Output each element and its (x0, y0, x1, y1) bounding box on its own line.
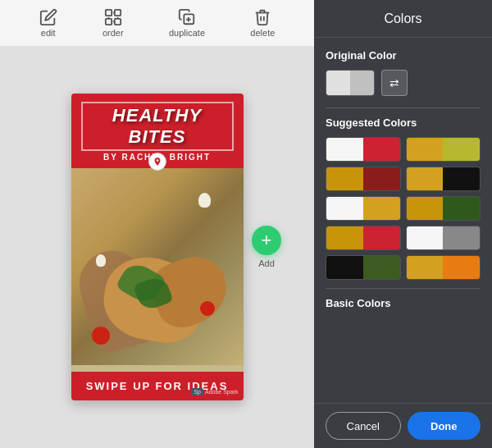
canvas-area: HEALTHY BITES BY RACHEL BRIGHT (0, 46, 314, 448)
card-container: HEALTHY BITES BY RACHEL BRIGHT (71, 94, 244, 400)
suggested-colors-grid (326, 137, 481, 280)
add-button[interactable]: + Add (252, 226, 281, 268)
right-panel: Colors Original Color ⇄ Suggested Colors (314, 0, 492, 448)
suggested-pair-4[interactable] (406, 167, 481, 191)
card-watermark: Sp Adobe Spark (191, 388, 238, 395)
original-color-row: ⇄ (326, 70, 481, 96)
original-swatch-right (350, 71, 374, 95)
divider-2 (326, 288, 481, 289)
original-color-pair[interactable] (326, 70, 375, 96)
design-card[interactable]: HEALTHY BITES BY RACHEL BRIGHT (71, 94, 244, 400)
original-color-label: Original Color (326, 49, 481, 62)
add-label: Add (258, 258, 275, 268)
svg-rect-2 (106, 19, 112, 25)
suggested-pair-6[interactable] (406, 196, 481, 221)
svg-rect-3 (115, 19, 121, 25)
edit-label: edit (41, 28, 56, 38)
panel-footer: Cancel Done (314, 403, 492, 448)
suggested-pair-3[interactable] (326, 167, 401, 191)
divider-1 (326, 107, 481, 108)
suggested-pair-8[interactable] (406, 226, 481, 250)
svg-rect-0 (106, 10, 112, 16)
original-swatch-left (326, 71, 350, 95)
edit-button[interactable]: edit (39, 8, 57, 38)
card-food-image (71, 168, 244, 365)
suggested-pair-1[interactable] (326, 137, 401, 162)
suggested-pair-2[interactable] (406, 137, 481, 162)
suggested-pair-9[interactable] (326, 255, 401, 280)
suggested-pair-10[interactable] (406, 255, 481, 280)
toolbar: edit order duplicate (0, 0, 314, 46)
location-pin-icon (148, 153, 166, 171)
shuffle-button[interactable]: ⇄ (381, 70, 408, 96)
suggested-pair-7[interactable] (326, 226, 401, 250)
card-bottom-banner: SWIPE UP FOR IDEAS Sp Adobe Spark (71, 372, 244, 400)
cancel-button[interactable]: Cancel (326, 412, 401, 440)
left-panel: edit order duplicate (0, 0, 314, 448)
svg-rect-1 (115, 10, 121, 16)
panel-header: Colors (314, 0, 492, 38)
duplicate-label: duplicate (169, 28, 205, 38)
add-circle-icon: + (252, 226, 281, 255)
done-button[interactable]: Done (408, 412, 481, 440)
basic-colors-label: Basic Colors (326, 297, 481, 309)
duplicate-button[interactable]: duplicate (169, 8, 205, 38)
panel-title: Colors (384, 11, 421, 26)
suggested-colors-label: Suggested Colors (326, 117, 481, 129)
card-title: HEALTHY BITES (81, 102, 234, 151)
suggested-pair-5[interactable] (326, 196, 401, 221)
delete-label: delete (250, 28, 275, 38)
order-label: order (102, 28, 124, 38)
delete-button[interactable]: delete (250, 8, 275, 38)
order-button[interactable]: order (102, 8, 124, 38)
panel-content: Original Color ⇄ Suggested Colors (314, 38, 492, 403)
